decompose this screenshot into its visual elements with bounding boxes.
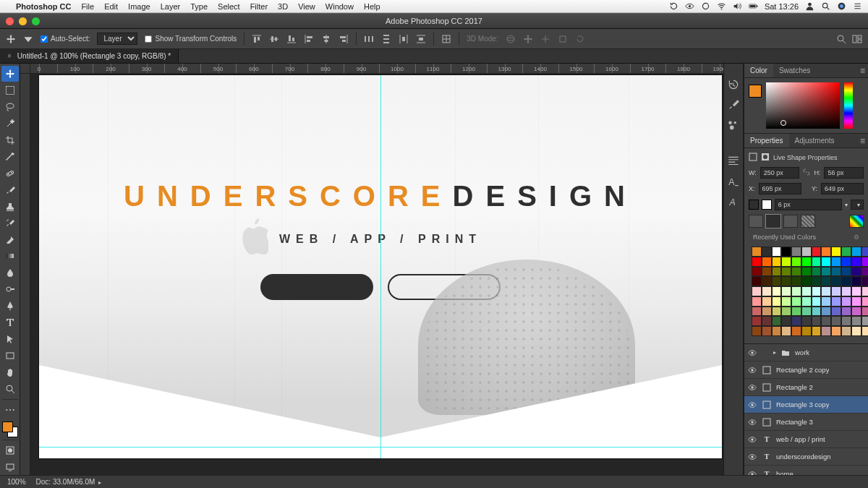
align-vcenter-icon[interactable] <box>269 34 279 44</box>
menu-edit[interactable]: Edit <box>104 2 118 11</box>
eye-status-icon[interactable] <box>685 1 694 11</box>
hand-tool[interactable] <box>1 364 19 380</box>
swatch-cell[interactable] <box>851 326 861 336</box>
swatch-cell[interactable] <box>791 247 801 257</box>
swatch-cell[interactable] <box>772 276 782 286</box>
swatch-cell[interactable] <box>821 296 831 307</box>
swatch-cell[interactable] <box>821 307 831 317</box>
move-tool[interactable] <box>1 66 19 82</box>
swatch-cell[interactable] <box>812 247 822 257</box>
document-tab[interactable]: × Untitled-1 @ 100% (Rectangle 3 copy, R… <box>0 49 179 63</box>
link-wh-icon[interactable] <box>803 168 810 177</box>
blur-tool[interactable] <box>1 265 19 281</box>
swatch-cell[interactable] <box>861 326 868 336</box>
stroke-align-center-icon[interactable] <box>766 215 780 228</box>
swatch-cell[interactable] <box>821 276 831 286</box>
swatch-cell[interactable] <box>812 276 822 286</box>
stroke-swatch[interactable] <box>762 200 772 210</box>
layer-name[interactable]: Rectangle 2 <box>776 383 813 391</box>
swatch-cell[interactable] <box>831 267 841 277</box>
menu-clock[interactable]: Sat 13:26 <box>765 2 799 11</box>
swatch-cell[interactable] <box>801 286 812 296</box>
swatch-cell[interactable] <box>772 296 782 307</box>
swatch-cell[interactable] <box>752 267 762 277</box>
layer-name[interactable]: Rectangle 3 copy <box>776 401 829 408</box>
layer-row[interactable]: Tweb / app / print <box>744 431 868 448</box>
battery-icon[interactable] <box>749 1 758 11</box>
swatch-cell[interactable] <box>821 326 831 336</box>
swatch-cell[interactable] <box>762 257 772 267</box>
horizontal-guide[interactable] <box>39 447 722 448</box>
swatch-cell[interactable] <box>801 307 812 317</box>
swatch-cell[interactable] <box>831 247 841 257</box>
wifi-icon[interactable] <box>717 1 726 11</box>
align-hcenter-icon[interactable] <box>321 34 331 44</box>
layer-row[interactable]: Tunderscoredesign <box>744 448 868 466</box>
foreground-background-swatch[interactable] <box>2 421 18 437</box>
swatch-cell[interactable] <box>841 326 851 336</box>
swatch-cell[interactable] <box>851 257 861 267</box>
refresh-icon[interactable] <box>669 1 678 11</box>
swatch-cell[interactable] <box>772 316 782 326</box>
swatch-cell[interactable] <box>772 257 782 267</box>
swatch-cell[interactable] <box>781 326 791 336</box>
swatch-cell[interactable] <box>781 316 791 326</box>
swatch-cell[interactable] <box>762 247 772 257</box>
stroke-width-dropdown-icon[interactable]: ▾ <box>845 202 848 208</box>
swatch-cell[interactable] <box>752 257 762 267</box>
user-icon[interactable] <box>805 1 814 11</box>
swatch-cell[interactable] <box>762 286 772 296</box>
swatch-cell[interactable] <box>861 286 868 296</box>
swatch-cell[interactable] <box>831 326 841 336</box>
swatch-cell[interactable] <box>812 296 822 307</box>
swatch-cell[interactable] <box>861 257 868 267</box>
swatch-cell[interactable] <box>762 316 772 326</box>
workspace-icon[interactable] <box>852 34 862 44</box>
swatch-cell[interactable] <box>762 276 772 286</box>
eraser-tool[interactable] <box>1 232 19 248</box>
swatch-cell[interactable] <box>752 316 762 326</box>
swatch-cell[interactable] <box>752 296 762 307</box>
menu-image[interactable]: Image <box>128 2 150 11</box>
eyedropper-tool[interactable] <box>1 149 19 165</box>
path-select-tool[interactable] <box>1 331 19 347</box>
swatch-cell[interactable] <box>801 326 812 336</box>
swatch-cell[interactable] <box>791 307 801 317</box>
zoom-level[interactable]: 100% <box>7 478 26 486</box>
swatch-cell[interactable] <box>821 257 831 267</box>
swatch-cell[interactable] <box>801 257 812 267</box>
hue-slider[interactable] <box>844 82 853 129</box>
wand-tool[interactable] <box>1 116 19 132</box>
swatch-cell[interactable] <box>781 286 791 296</box>
swatch-cell[interactable] <box>762 326 772 336</box>
swatch-cell[interactable] <box>781 257 791 267</box>
swatch-cell[interactable] <box>801 296 812 307</box>
siri-icon[interactable] <box>837 1 846 11</box>
stamp-tool[interactable] <box>1 199 19 215</box>
edit-toolbar-button[interactable]: ⋯ <box>1 402 19 418</box>
crop-tool[interactable] <box>1 132 19 148</box>
distribute-h-icon[interactable] <box>364 34 374 44</box>
swatch-cell[interactable] <box>752 247 762 257</box>
swatch-cell[interactable] <box>762 296 772 307</box>
pen-tool[interactable] <box>1 298 19 314</box>
panel-menu-icon[interactable]: ≡ <box>860 137 865 145</box>
align-top-icon[interactable] <box>252 34 262 44</box>
paragraph-panel-icon[interactable] <box>727 155 740 168</box>
swatch-cell[interactable] <box>861 307 868 317</box>
notifications-icon[interactable] <box>853 1 862 11</box>
horizontal-ruler[interactable]: 0100200300400500600700800900100011001200… <box>30 64 723 74</box>
swatch-cell[interactable] <box>841 276 851 286</box>
swatch-cell[interactable] <box>791 267 801 277</box>
ruler-origin[interactable] <box>20 64 30 74</box>
adjustments-tab[interactable]: Adjustments <box>789 134 841 147</box>
swatch-cell[interactable] <box>772 286 782 296</box>
layer-row[interactable]: ▸work <box>744 344 868 361</box>
swatch-cell[interactable] <box>851 296 861 307</box>
stroke-align-inside-icon[interactable] <box>749 215 763 228</box>
color-picker[interactable] <box>766 82 840 129</box>
heal-tool[interactable] <box>1 166 19 181</box>
type-tool[interactable] <box>1 314 19 330</box>
rectangle-tool[interactable] <box>1 348 19 364</box>
y-field[interactable] <box>821 183 864 194</box>
